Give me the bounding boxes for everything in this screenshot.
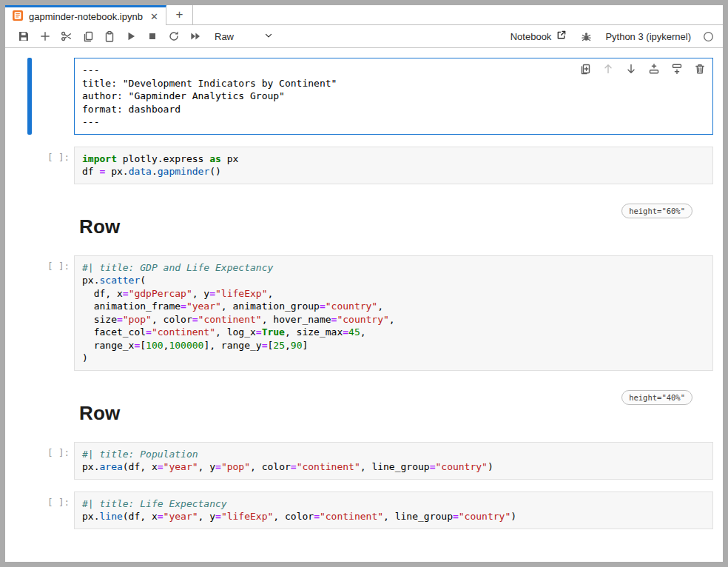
code-line: #| title: Life Expectancy bbox=[82, 497, 705, 511]
toolbar-icons-slot bbox=[13, 27, 206, 46]
markdown-cell[interactable]: height="60%"Row bbox=[27, 204, 713, 249]
cell-type-value: Raw bbox=[215, 31, 234, 42]
code-line: px.line(df, x="year", y="lifeExp", color… bbox=[82, 510, 705, 523]
restart-run-all-icon[interactable] bbox=[184, 27, 206, 46]
toolbar-right: Notebook Python 3 (ipykernel) bbox=[510, 27, 714, 46]
cell-editor[interactable]: #| title: GDP and Life Expectancypx.scat… bbox=[74, 255, 713, 371]
row-heading: Row bbox=[79, 215, 713, 238]
code-line: ) bbox=[82, 352, 705, 365]
notebook-tools-button[interactable]: Notebook bbox=[510, 30, 567, 43]
raw-cell[interactable]: ---title: "Development Indicators by Con… bbox=[27, 58, 713, 135]
row-heading: Row bbox=[79, 402, 713, 425]
code-cell[interactable]: [ ]:#| title: Life Expectancypx.line(df,… bbox=[27, 491, 713, 529]
code-line: animation_frame="year", animation_group=… bbox=[82, 300, 705, 313]
code-line: format: dashboard bbox=[82, 103, 705, 116]
notebook-tools-label: Notebook bbox=[510, 31, 552, 42]
notebook-file-icon bbox=[12, 10, 24, 24]
execution-prompt bbox=[32, 58, 74, 135]
copy-icon[interactable] bbox=[77, 27, 98, 46]
restart-icon[interactable] bbox=[163, 27, 184, 46]
tab-bar: gapminder-notebook.ipynb ✕ + bbox=[5, 5, 723, 25]
cell-editor[interactable]: import plotly.express as pxdf = px.data.… bbox=[74, 147, 713, 184]
cell-prompt bbox=[32, 390, 74, 436]
insert-icon[interactable] bbox=[34, 27, 55, 46]
execution-prompt: [ ]: bbox=[32, 255, 74, 371]
code-line: #| title: GDP and Life Expectancy bbox=[82, 261, 705, 275]
code-line: title: "Development Indicators by Contin… bbox=[82, 77, 705, 90]
interrupt-icon[interactable] bbox=[141, 27, 163, 46]
duplicate-icon[interactable] bbox=[579, 62, 592, 76]
code-cell[interactable]: [ ]:#| title: Populationpx.area(df, x="y… bbox=[27, 442, 713, 480]
cell-editor[interactable]: ---title: "Development Indicators by Con… bbox=[74, 58, 713, 135]
code-line: px.area(df, x="year", y="pop", color="co… bbox=[82, 460, 705, 474]
cell-editor[interactable]: #| title: Populationpx.area(df, x="year"… bbox=[74, 442, 713, 480]
markdown-cell[interactable]: height="40%"Row bbox=[27, 390, 713, 436]
execution-prompt: [ ]: bbox=[32, 442, 74, 480]
debugger-bug-icon[interactable] bbox=[579, 27, 593, 46]
kernel-switcher[interactable]: Python 3 (ipykernel) bbox=[605, 31, 691, 42]
kernel-status-icon bbox=[703, 31, 714, 42]
notebook-toolbar: Raw Notebook Python 3 (ipykernel) bbox=[5, 25, 723, 48]
code-line: facet_col="continent", log_x=True, size_… bbox=[82, 326, 705, 339]
cut-icon[interactable] bbox=[55, 27, 77, 46]
markdown-rendered: height="40%"Row bbox=[74, 390, 713, 436]
code-line: author: "Gapminder Analytics Group" bbox=[82, 90, 705, 103]
cell-editor[interactable]: #| title: Life Expectancypx.line(df, x="… bbox=[74, 491, 713, 529]
notebook-cells: ---title: "Development Indicators by Con… bbox=[5, 48, 723, 529]
paste-icon[interactable] bbox=[98, 27, 120, 46]
insert-below-icon[interactable] bbox=[670, 62, 684, 76]
code-line: --- bbox=[82, 115, 705, 129]
code-line: px.scatter( bbox=[82, 274, 705, 287]
layout-height-badge: height="60%" bbox=[621, 204, 692, 218]
move-up-icon bbox=[601, 62, 615, 76]
jupyterlab-window: gapminder-notebook.ipynb ✕ + Raw Noteboo… bbox=[0, 0, 728, 567]
tab-bar-filler bbox=[193, 5, 723, 25]
execution-prompt: [ ]: bbox=[32, 491, 74, 529]
run-icon[interactable] bbox=[120, 27, 141, 46]
cell-toolbar bbox=[579, 62, 707, 76]
external-link-icon bbox=[556, 30, 567, 43]
code-line: range_x=[100,100000], range_y=[25,90] bbox=[82, 339, 705, 352]
code-line: df = px.data.gapminder() bbox=[82, 165, 705, 178]
code-cell[interactable]: [ ]:#| title: GDP and Life Expectancypx.… bbox=[27, 255, 713, 371]
code-line: import plotly.express as px bbox=[82, 152, 705, 166]
tab-title: gapminder-notebook.ipynb bbox=[29, 11, 143, 22]
code-line: df, x="gdpPercap", y="lifeExp", bbox=[82, 287, 705, 301]
move-down-icon[interactable] bbox=[624, 62, 638, 76]
insert-above-icon[interactable] bbox=[647, 62, 661, 76]
execution-prompt: [ ]: bbox=[32, 147, 74, 184]
save-icon[interactable] bbox=[13, 27, 34, 46]
close-tab-icon[interactable]: ✕ bbox=[150, 11, 158, 22]
cell-type-dropdown[interactable]: Raw bbox=[215, 30, 274, 43]
tab-gapminder-notebook[interactable]: gapminder-notebook.ipynb ✕ bbox=[5, 5, 166, 25]
delete-icon[interactable] bbox=[693, 62, 707, 76]
code-cell[interactable]: [ ]:import plotly.express as pxdf = px.d… bbox=[27, 147, 713, 184]
code-line: #| title: Population bbox=[82, 448, 705, 461]
cell-prompt bbox=[32, 204, 74, 249]
kernel-name-label: Python 3 (ipykernel) bbox=[605, 31, 691, 42]
layout-height-badge: height="40%" bbox=[621, 390, 692, 405]
chevron-down-icon bbox=[263, 30, 274, 43]
code-line: size="pop", color="continent", hover_nam… bbox=[82, 313, 705, 326]
markdown-rendered: height="60%"Row bbox=[74, 204, 713, 249]
new-tab-button[interactable]: + bbox=[166, 5, 193, 25]
